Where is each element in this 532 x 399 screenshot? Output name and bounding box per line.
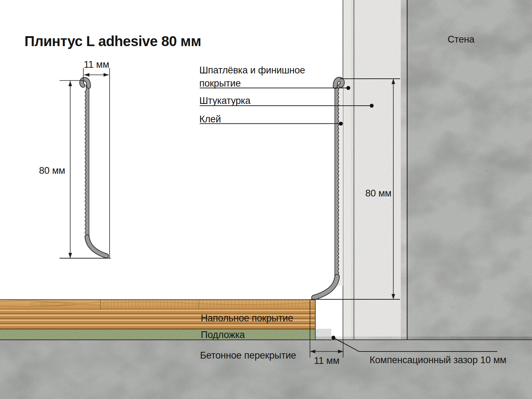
- label-compensation-gap: Компенсационный зазор 10 мм: [370, 354, 506, 367]
- floor-width-dimension-label: 11 мм: [310, 354, 343, 367]
- diagram-page: Плинтус L adhesive 80 мм 11 мм 80 мм Шпа…: [0, 0, 532, 399]
- skirting-profile-detail: [82, 79, 106, 256]
- label-floor-covering: Напольное покрытие: [201, 312, 293, 325]
- wall-height-dimension-label: 80 мм: [365, 187, 392, 200]
- detail-height-dimension-label: 80 мм: [39, 164, 65, 177]
- label-concrete-slab: Бетонное перекрытие: [200, 349, 296, 362]
- profile-foot: [314, 277, 337, 298]
- page-title: Плинтус L adhesive 80 мм: [24, 33, 201, 49]
- label-putty-finish: Шпатлёвка и финишное покрытие: [199, 64, 307, 90]
- label-wall: Стена: [448, 33, 475, 46]
- detail-width-dimension-label: 11 мм: [83, 58, 110, 71]
- wall-layers: [343, 0, 532, 340]
- diagram-canvas: [0, 0, 532, 399]
- skirting-profile-installed: [314, 79, 343, 298]
- label-glue: Клей: [199, 113, 221, 126]
- label-underlay: Подложка: [201, 328, 245, 342]
- profile-body-detail: [85, 84, 89, 238]
- label-plaster: Штукатурка: [199, 94, 250, 107]
